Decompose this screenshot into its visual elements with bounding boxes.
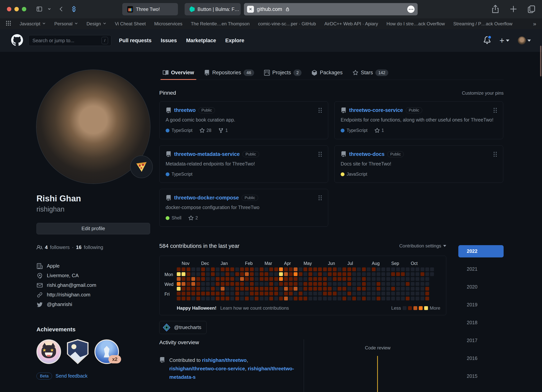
bookmark-label: Personal <box>54 21 73 27</box>
address-bar[interactable]: ✕ github.com <box>244 3 418 15</box>
pinned-repo-card-threetwo-core-service: threetwo-core-servicePublicEndpoints for… <box>334 101 503 139</box>
zoom-window-button[interactable] <box>22 7 26 11</box>
bookmark-item-0[interactable]: Javascript <box>20 21 46 27</box>
content-blocker-icon[interactable]: ✕ <box>247 6 254 13</box>
user-menu-button[interactable] <box>518 37 531 44</box>
repo-name-link[interactable]: threetwo-metadata-service <box>174 151 240 157</box>
new-tab-icon[interactable] <box>509 4 518 15</box>
close-window-button[interactable] <box>7 7 11 11</box>
year-2017[interactable]: 2017 <box>458 334 504 347</box>
year-2019[interactable]: 2019 <box>458 299 504 311</box>
contribution-cell <box>309 297 312 300</box>
achievement-badge-starstruck[interactable]: ★ ★ <box>37 339 61 364</box>
contribution-cell <box>396 277 400 281</box>
drag-handle-icon[interactable] <box>319 152 322 157</box>
bookmark-item-1[interactable]: Personal <box>54 21 78 27</box>
year-2020[interactable]: 2020 <box>458 281 504 293</box>
count-contributions-link[interactable]: Learn how we count contributions <box>220 305 289 311</box>
bookmark-item-9[interactable]: Streaming / P…ack Overflow <box>453 21 512 27</box>
bookmark-item-4[interactable]: Microservices <box>154 21 183 27</box>
contribution-cell <box>313 277 317 281</box>
extension-icon[interactable] <box>70 5 77 13</box>
bookmark-item-7[interactable]: AirDC++ Web API · Apiary <box>324 21 378 27</box>
browser-tab-threetwo[interactable]: Three Two! <box>122 3 178 15</box>
drag-handle-icon[interactable] <box>494 108 497 113</box>
drag-handle-icon[interactable] <box>494 152 497 157</box>
github-nav-marketplace[interactable]: Marketplace <box>186 38 216 44</box>
sidebar-icon[interactable] <box>36 5 43 13</box>
profile-avatar[interactable] <box>37 70 150 184</box>
tab-group-chevron-icon[interactable] <box>46 5 53 13</box>
tab-repositories[interactable]: Repositories46 <box>201 66 258 80</box>
github-nav-explore[interactable]: Explore <box>225 38 244 44</box>
send-feedback-link[interactable]: Send feedback <box>55 373 87 379</box>
repo-name-link[interactable]: threetwo <box>174 107 196 113</box>
year-2021[interactable]: 2021 <box>458 263 504 275</box>
tab-stars[interactable]: Stars142 <box>349 66 392 80</box>
language-name: JavaScript <box>347 172 367 177</box>
org-truecharts-button[interactable]: @truecharts <box>159 321 206 334</box>
year-2015[interactable]: 2015 <box>458 370 504 382</box>
contribution-cell <box>235 282 239 286</box>
page-options-icon[interactable] <box>407 5 415 13</box>
minimize-window-button[interactable] <box>14 7 19 11</box>
tab-projects[interactable]: Projects2 <box>261 66 305 80</box>
repo-name-link[interactable]: threetwo-docker-compose <box>174 195 239 201</box>
github-nav-pull-requests[interactable]: Pull requests <box>119 38 152 44</box>
browser-tab-bulma[interactable]: Button | Bulma: F… <box>185 3 241 15</box>
repo-stars[interactable]: 1 <box>374 128 384 133</box>
repo-name-link[interactable]: threetwo-docs <box>349 151 385 157</box>
contribution-cell <box>240 292 244 295</box>
github-logo-icon[interactable] <box>11 34 23 47</box>
create-new-button[interactable]: + <box>499 36 509 45</box>
year-2022[interactable]: 2022 <box>458 245 504 257</box>
year-2018[interactable]: 2018 <box>458 316 504 329</box>
bookmarks-grid-icon[interactable] <box>6 21 11 27</box>
bookmark-item-8[interactable]: How do I stre…ack Overflow <box>386 21 445 27</box>
year-2016[interactable]: 2016 <box>458 352 504 365</box>
contributed-repo-link-1[interactable]: rishighan/threetwo-core-service <box>169 366 245 371</box>
repo-stars[interactable]: 2 <box>188 215 198 221</box>
notifications-bell-icon[interactable] <box>483 36 491 45</box>
followers-row[interactable]: 4 followers · 16 following <box>37 244 150 250</box>
drag-handle-icon[interactable] <box>319 108 322 113</box>
contribution-cell <box>411 287 415 291</box>
contribution-cell <box>187 272 190 276</box>
achievement-badge-pull-shark[interactable]: x2 <box>94 339 119 364</box>
achievement-badge-arctic-code-vault[interactable] <box>66 339 89 364</box>
contribution-graph[interactable]: NovDecJanFebMarAprMayJunJulAugSepOct Mon… <box>159 256 446 315</box>
contribution-cell <box>289 282 293 286</box>
github-nav-issues[interactable]: Issues <box>161 38 177 44</box>
share-icon[interactable] <box>491 4 500 15</box>
repo-icon <box>166 151 171 157</box>
back-icon[interactable] <box>58 5 65 13</box>
scrollbar-thumb[interactable] <box>540 46 542 76</box>
customize-pins-link[interactable]: Customize your pins <box>462 90 504 96</box>
website-link[interactable]: http://rishighan.com <box>47 292 90 298</box>
tab-packages[interactable]: Packages <box>308 66 346 80</box>
edit-profile-button[interactable]: Edit profile <box>37 223 150 234</box>
bookmark-item-2[interactable]: Design <box>87 21 107 27</box>
contribution-cell <box>372 272 376 276</box>
pinned-repo-card-threetwo-metadata-service: threetwo-metadata-servicePublicMetadata-… <box>159 145 328 183</box>
email-link[interactable]: rishi.ghan@gmail.com <box>47 282 96 288</box>
twitter-link[interactable]: @ghanrishi <box>47 301 72 307</box>
status-emoji-badge[interactable] <box>130 156 153 178</box>
starstruck-icon: ★ ★ <box>41 345 56 358</box>
tab-overview-icon[interactable] <box>527 4 536 15</box>
mail-icon <box>37 282 43 288</box>
repo-name-link[interactable]: threetwo-core-service <box>349 107 403 113</box>
repo-stars[interactable]: 28 <box>199 128 211 133</box>
drag-handle-icon[interactable] <box>319 196 322 200</box>
tab-overview[interactable]: Overview <box>159 66 197 80</box>
bookmark-item-5[interactable]: The Relentle…en Thompson <box>191 21 249 27</box>
bookmark-item-6[interactable]: comic-vine-sc…per · GitHub <box>258 21 316 27</box>
repo-forks[interactable]: 1 <box>218 128 228 133</box>
repo-language: TypeScript <box>166 172 193 177</box>
search-input[interactable]: Search or jump to... / <box>28 35 111 46</box>
contributed-repo-link-0[interactable]: rishighan/threetwo <box>202 357 247 363</box>
contribution-settings-dropdown[interactable]: Contribution settings <box>399 243 446 249</box>
bookmark-item-3[interactable]: Vi Cheat Sheet <box>115 21 146 27</box>
contribution-cell <box>221 267 225 271</box>
bookmarks-overflow-icon[interactable]: » <box>533 21 536 27</box>
